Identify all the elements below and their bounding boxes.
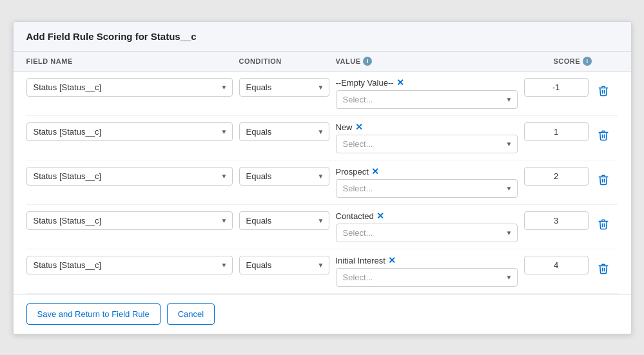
modal-title: Add Field Rule Scoring for Status__c (26, 31, 618, 42)
condition-select-4[interactable]: Equals (239, 211, 329, 230)
field-select-4[interactable]: Status [Status__c] (26, 211, 233, 230)
value-select-5[interactable]: Select... (336, 268, 518, 287)
value-select-wrapper-5: Select... ▼ (336, 268, 518, 287)
value-select-wrapper-4: Select... ▼ (336, 224, 518, 242)
field-select-1[interactable]: Status [Status__c] (26, 78, 233, 97)
delete-button-5[interactable] (595, 260, 612, 278)
table-row: Status [Status__c] ▼ Equals ▼ New ✕ (26, 116, 618, 160)
score-cell-2 (524, 122, 589, 141)
delete-button-1[interactable] (595, 82, 612, 100)
value-tag-5: Initial Interest ✕ (336, 256, 396, 265)
trash-icon-1 (598, 84, 609, 97)
value-cell-4: Contacted ✕ Select... ▼ (336, 211, 518, 242)
col-header-field-name: FIELD NAME (26, 57, 233, 66)
score-input-4[interactable] (524, 211, 589, 230)
modal-footer: Save and Return to Field Rule Cancel (14, 294, 631, 334)
value-cell-2: New ✕ Select... ▼ (336, 122, 518, 153)
field-select-wrapper: Status [Status__c] ▼ (26, 211, 233, 230)
value-select-wrapper-2: Select... ▼ (336, 135, 518, 153)
score-info-icon[interactable]: i (583, 57, 592, 66)
delete-cell-3 (595, 167, 618, 189)
value-cell-5: Initial Interest ✕ Select... ▼ (336, 256, 518, 287)
col-header-value: VALUE i (336, 57, 547, 66)
value-tag-close-5[interactable]: ✕ (388, 256, 396, 265)
rows-container: Status [Status__c] ▼ Equals ▼ --Empty Va… (14, 72, 631, 294)
table-header: FIELD NAME CONDITION VALUE i SCORE i (14, 52, 631, 72)
field-select-wrapper: Status [Status__c] ▼ (26, 122, 233, 141)
value-tag-row-1: --Empty Value-- ✕ (336, 78, 518, 88)
value-select-3[interactable]: Select... (336, 179, 518, 198)
delete-cell-1 (595, 78, 618, 100)
trash-icon-5 (598, 262, 609, 275)
condition-select-wrapper: Equals ▼ (239, 167, 329, 186)
field-select-3[interactable]: Status [Status__c] (26, 167, 233, 186)
table-row: Status [Status__c] ▼ Equals ▼ Initial In… (26, 249, 618, 294)
col-header-condition: CONDITION (239, 57, 329, 66)
value-cell-3: Prospect ✕ Select... ▼ (336, 167, 518, 198)
value-cell-1: --Empty Value-- ✕ Select... ▼ (336, 78, 518, 109)
col-header-score: SCORE i (554, 57, 618, 66)
delete-button-4[interactable] (595, 215, 612, 233)
value-tag-4: Contacted ✕ (336, 211, 384, 221)
table-row: Status [Status__c] ▼ Equals ▼ Prospect ✕ (26, 160, 618, 205)
score-cell-5 (524, 256, 589, 274)
delete-cell-2 (595, 122, 618, 144)
value-tag-3: Prospect ✕ (336, 167, 379, 177)
trash-icon-4 (598, 218, 609, 231)
table-row: Status [Status__c] ▼ Equals ▼ Contacted … (26, 205, 618, 249)
value-select-wrapper-1: Select... ▼ (336, 90, 518, 109)
value-tag-1: --Empty Value-- ✕ (336, 78, 404, 88)
value-select-4[interactable]: Select... (336, 224, 518, 242)
score-input-1[interactable] (524, 78, 589, 97)
modal-header: Add Field Rule Scoring for Status__c (14, 22, 631, 52)
condition-select-wrapper: Equals ▼ (239, 256, 329, 274)
condition-select-wrapper: Equals ▼ (239, 211, 329, 230)
value-select-2[interactable]: Select... (336, 135, 518, 153)
value-select-1[interactable]: Select... (336, 90, 518, 109)
value-tag-row-5: Initial Interest ✕ (336, 256, 518, 265)
save-button[interactable]: Save and Return to Field Rule (26, 303, 161, 325)
delete-button-2[interactable] (595, 126, 612, 144)
field-select-2[interactable]: Status [Status__c] (26, 122, 233, 141)
score-input-5[interactable] (524, 256, 589, 274)
delete-cell-4 (595, 211, 618, 233)
value-info-icon[interactable]: i (363, 57, 372, 66)
score-cell-1 (524, 78, 589, 97)
field-select-5[interactable]: Status [Status__c] (26, 256, 233, 274)
value-tag-2: New ✕ (336, 122, 363, 132)
condition-select-5[interactable]: Equals (239, 256, 329, 274)
score-cell-3 (524, 167, 589, 186)
condition-select-3[interactable]: Equals (239, 167, 329, 186)
score-cell-4 (524, 211, 589, 230)
delete-button-3[interactable] (595, 171, 612, 189)
field-select-wrapper: Status [Status__c] ▼ (26, 256, 233, 274)
condition-select-wrapper: Equals ▼ (239, 122, 329, 141)
field-select-wrapper: Status [Status__c] ▼ (26, 78, 233, 97)
value-tag-close-1[interactable]: ✕ (396, 78, 404, 87)
value-tag-close-3[interactable]: ✕ (371, 167, 379, 176)
modal-container: Add Field Rule Scoring for Status__c FIE… (13, 21, 632, 334)
value-tag-close-2[interactable]: ✕ (355, 122, 363, 131)
score-input-3[interactable] (524, 167, 589, 186)
cancel-button[interactable]: Cancel (167, 303, 215, 325)
table-row: Status [Status__c] ▼ Equals ▼ --Empty Va… (26, 72, 618, 116)
score-input-2[interactable] (524, 122, 589, 141)
trash-icon-3 (598, 173, 609, 186)
delete-cell-5 (595, 256, 618, 278)
value-tag-row-2: New ✕ (336, 122, 518, 132)
field-select-wrapper: Status [Status__c] ▼ (26, 167, 233, 186)
trash-icon-2 (598, 129, 609, 142)
condition-select-2[interactable]: Equals (239, 122, 329, 141)
condition-select-1[interactable]: Equals (239, 78, 329, 97)
value-tag-close-4[interactable]: ✕ (376, 211, 384, 220)
value-tag-row-3: Prospect ✕ (336, 167, 518, 177)
condition-select-wrapper: Equals ▼ (239, 78, 329, 97)
value-tag-row-4: Contacted ✕ (336, 211, 518, 221)
value-select-wrapper-3: Select... ▼ (336, 179, 518, 198)
